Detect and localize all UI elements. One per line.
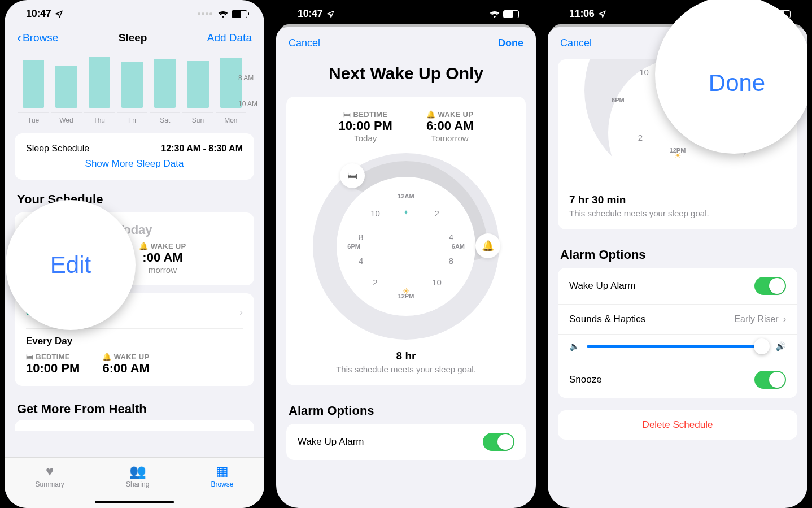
bed-icon: 🛏 <box>343 110 351 119</box>
tab-browse[interactable]: ▦ Browse <box>211 463 233 488</box>
chart-bar <box>23 60 44 108</box>
callout-edit-text: Edit <box>50 251 91 279</box>
back-button[interactable]: ‹ Browse <box>17 30 58 46</box>
callout-done: Done <box>655 0 807 154</box>
clock-card: 🛏 BEDTIME 10:00 PM Today 🔔 WAKE UP 6:00 … <box>286 97 526 385</box>
phone-2-next-wakeup: 10:47 Cancel Done Next Wake Up Only 🛏 BE… <box>276 0 536 508</box>
x-axis-labels: TueWedThuFriSatSunMon <box>5 112 264 124</box>
cancel-button[interactable]: Cancel <box>289 37 320 49</box>
add-data-button[interactable]: Add Data <box>207 32 252 44</box>
tab-summary[interactable]: ♥ Summary <box>36 463 64 488</box>
snooze-toggle[interactable] <box>754 371 786 389</box>
sleep-schedule-card[interactable]: Sleep Schedule 12:30 AM - 8:30 AM Show M… <box>15 133 254 180</box>
done-button[interactable]: Done <box>498 37 523 49</box>
nav-bar: ‹ Browse Sleep Add Data <box>5 24 264 54</box>
page-title: Sleep <box>119 32 147 44</box>
sounds-value: Early Riser <box>734 314 778 324</box>
chart-bar <box>121 62 143 108</box>
home-indicator[interactable] <box>95 501 174 503</box>
alarm-options-header: Alarm Options <box>276 393 536 424</box>
tab-sharing[interactable]: 👥 Sharing <box>126 463 149 488</box>
wakeup-value: 6:00 AM <box>102 361 150 376</box>
battery-icon <box>503 10 519 18</box>
volume-slider[interactable] <box>587 345 769 348</box>
phone-1-sleep: 10:47 ‹ Browse Sleep Add Data 8 AM 10 AM… <box>5 0 264 508</box>
signal-dots-icon <box>198 12 212 15</box>
sleep-duration: 8 hr <box>298 350 514 362</box>
status-bar: 10:47 <box>276 0 536 24</box>
chevron-right-icon: › <box>783 314 786 324</box>
wakeup-value: 6:00 AM <box>426 119 474 133</box>
sleep-goal-text: This schedule meets your sleep goal. <box>298 364 514 374</box>
volume-low-icon: 🔈 <box>569 341 580 351</box>
bed-icon: 🛏 <box>26 353 33 361</box>
chart-bar <box>154 59 176 108</box>
heart-icon: ♥ <box>46 463 54 479</box>
sounds-label: Sounds & Haptics <box>569 314 645 325</box>
sleep-schedule-label: Sleep Schedule <box>26 144 89 154</box>
show-more-link[interactable]: Show More Sleep Data <box>26 154 243 170</box>
location-icon <box>55 10 63 18</box>
people-icon: 👥 <box>129 463 146 479</box>
location-icon <box>598 10 606 18</box>
back-label: Browse <box>23 32 58 44</box>
bedtime-value: 10:00 PM <box>339 119 392 133</box>
battery-icon <box>232 10 247 18</box>
sleep-schedule-time: 12:30 AM - 8:30 AM <box>161 144 243 154</box>
alarm-options-header: Alarm Options <box>548 237 807 268</box>
wakeup-handle[interactable]: 🔔 <box>475 233 500 258</box>
delete-schedule-button[interactable]: Delete Schedule <box>558 410 797 440</box>
sleep-dial[interactable]: 12AM 2 4 6AM 8 10 12PM 2 4 6PM 8 10 ✦ ☀ … <box>313 153 499 340</box>
wake-alarm-row: Wake Up Alarm <box>558 268 797 304</box>
status-time: 11:06 <box>569 8 595 20</box>
wake-alarm-toggle[interactable] <box>754 277 786 295</box>
wake-alarm-toggle[interactable] <box>483 433 514 451</box>
star-icon: ✦ <box>403 209 409 216</box>
status-time: 10:47 <box>298 8 323 20</box>
snooze-label: Snooze <box>569 374 602 385</box>
modal-title: Next Wake Up Only <box>276 59 536 97</box>
callout-edit: Edit <box>6 200 136 330</box>
wake-alarm-label: Wake Up Alarm <box>569 280 635 292</box>
sleep-goal-text: This schedule meets your sleep goal. <box>569 209 786 218</box>
wakeup-time: :00 AM <box>139 250 186 265</box>
cancel-button[interactable]: Cancel <box>560 37 592 49</box>
volume-slider-row: 🔈 🔊 <box>558 334 797 362</box>
wifi-icon <box>490 10 500 18</box>
sun-icon: ☀ <box>403 286 410 296</box>
wifi-icon <box>218 10 228 18</box>
bell-icon: 🔔 <box>139 242 148 250</box>
get-more-header: Get More From Health <box>5 394 264 420</box>
chart-bar <box>187 61 208 108</box>
sun-icon: ☀ <box>674 151 682 160</box>
wakeup-sub: morrow <box>139 265 186 275</box>
every-day-label: Every Day <box>26 336 243 347</box>
volume-high-icon: 🔊 <box>775 341 786 351</box>
alarm-options-list: Wake Up Alarm Sounds & Haptics Early Ris… <box>558 268 797 398</box>
sleep-chart: 8 AM 10 AM <box>5 54 264 112</box>
get-more-card-peek <box>15 420 254 431</box>
bedtime-value: 10:00 PM <box>26 361 80 376</box>
alarm-options-list: Wake Up Alarm <box>286 424 526 460</box>
bedtime-handle[interactable]: 🛏 <box>340 163 365 188</box>
bell-icon: 🔔 <box>426 110 435 119</box>
phone-3-edit-schedule: 11:06 Cancel Edit Your 10 8 6PM 2 <box>548 0 807 508</box>
status-bar: 10:47 <box>5 0 264 24</box>
chevron-left-icon: ‹ <box>17 30 21 46</box>
modal-nav: Cancel Done <box>276 27 536 59</box>
callout-done-text: Done <box>709 70 765 97</box>
modal-sheet: Cancel Done Next Wake Up Only 🛏 BEDTIME … <box>276 27 536 508</box>
bell-icon: 🔔 <box>102 353 111 361</box>
location-icon <box>326 10 334 18</box>
chart-bar <box>55 66 77 108</box>
wake-alarm-label: Wake Up Alarm <box>298 436 364 448</box>
chevron-right-icon: › <box>239 307 243 318</box>
sounds-haptics-row[interactable]: Sounds & Haptics Early Riser › <box>558 304 797 334</box>
status-time: 10:47 <box>26 8 51 20</box>
wake-alarm-row: Wake Up Alarm <box>286 424 526 460</box>
y-axis-labels: 8 AM 10 AM <box>238 64 257 108</box>
grid-icon: ▦ <box>216 463 229 479</box>
snooze-row: Snooze <box>558 362 797 398</box>
chart-bar <box>89 57 110 108</box>
sleep-duration: 7 hr 30 min <box>569 194 786 206</box>
